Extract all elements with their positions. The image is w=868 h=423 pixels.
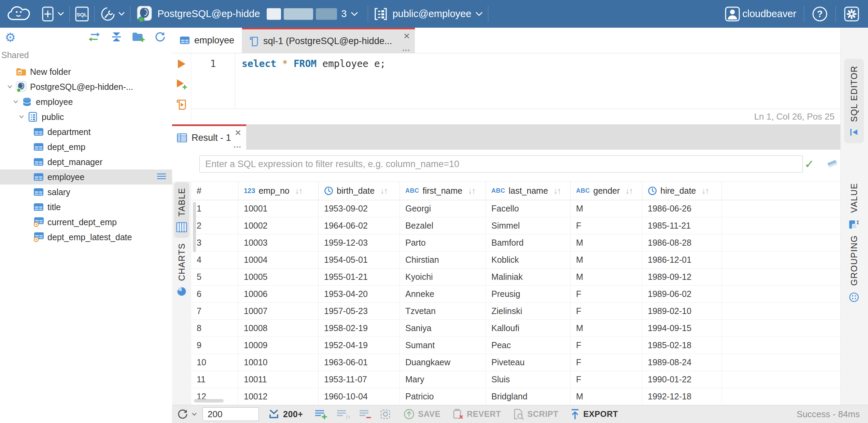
cell-gender[interactable]: M bbox=[571, 269, 642, 285]
cell-gender[interactable]: F bbox=[571, 286, 642, 302]
cell-emp_no[interactable]: 10007 bbox=[238, 303, 319, 319]
cell-hire_date[interactable]: 1989-09-12 bbox=[642, 269, 722, 285]
cell-first_name[interactable]: Georgi bbox=[400, 200, 486, 217]
sort-icon[interactable]: ↓↑ bbox=[468, 186, 475, 196]
cell-gender[interactable]: F bbox=[571, 217, 642, 234]
sort-icon[interactable]: ↓↑ bbox=[295, 186, 302, 196]
cell-hire_date[interactable]: 1986-08-28 bbox=[642, 234, 722, 251]
sidebar-settings-icon[interactable]: ⚙ bbox=[5, 31, 16, 44]
cell-gender[interactable]: M bbox=[571, 200, 642, 217]
tree-item-public[interactable]: public bbox=[0, 109, 172, 124]
cell-emp_no[interactable]: 10009 bbox=[238, 337, 319, 354]
cell-last_name[interactable]: Kalloufi bbox=[486, 320, 571, 337]
cell-gender[interactable]: F bbox=[571, 337, 642, 354]
vertical-scrollbar[interactable] bbox=[193, 202, 196, 252]
cell-emp_no[interactable]: 10010 bbox=[238, 354, 319, 371]
cell-hire_date[interactable]: 1992-12-18 bbox=[642, 388, 722, 405]
tab-sql-1[interactable]: sql-1 (PostgreSQL@ep-hidde... ✕ ... bbox=[242, 28, 415, 53]
clear-filter-icon[interactable] bbox=[826, 159, 839, 171]
filter-input[interactable] bbox=[199, 155, 803, 173]
script-button[interactable]: SCRIPT bbox=[513, 408, 558, 420]
cell-birth_date[interactable]: 1963-06-01 bbox=[319, 354, 400, 371]
cell-first_name[interactable]: Patricio bbox=[400, 388, 486, 405]
column-header-first_name[interactable]: ABCfirst_name↓↑ bbox=[400, 182, 486, 200]
user-menu-button[interactable]: cloudbeaver bbox=[725, 6, 796, 22]
apply-filter-icon[interactable]: ✓ bbox=[804, 157, 814, 171]
cloudbeaver-logo[interactable] bbox=[6, 4, 31, 24]
driver-tools-button[interactable] bbox=[100, 6, 125, 22]
tab-table-view[interactable]: TABLE bbox=[174, 182, 189, 238]
connection-selector[interactable]: PostgreSQL@ep-hidde 3 bbox=[136, 5, 358, 23]
tree-item-new-folder[interactable]: New folder bbox=[0, 64, 172, 79]
cell-emp_no[interactable]: 10008 bbox=[238, 320, 319, 337]
tree-item-title[interactable]: title bbox=[0, 200, 172, 215]
cell-hire_date[interactable]: 1986-12-01 bbox=[642, 251, 722, 268]
close-icon[interactable]: ✕ bbox=[403, 31, 410, 41]
tab-result-1[interactable]: Result - 1 ✕ ... bbox=[172, 124, 246, 150]
cell-first_name[interactable]: Chirstian bbox=[400, 251, 486, 268]
column-header-emp_no[interactable]: 123emp_no↓↑ bbox=[238, 182, 319, 200]
chevron-down-icon[interactable] bbox=[16, 113, 27, 121]
cell-gender[interactable]: M bbox=[571, 320, 642, 337]
column-header-birth_date[interactable]: birth_date↓↑ bbox=[319, 182, 400, 200]
cell-last_name[interactable]: Koblick bbox=[486, 251, 571, 268]
cell-emp_no[interactable]: 10006 bbox=[238, 286, 319, 302]
cell-birth_date[interactable]: 1953-09-02 bbox=[319, 200, 400, 217]
cell-emp_no[interactable]: 10012 bbox=[238, 388, 319, 405]
column-header-last_name[interactable]: ABClast_name↓↑ bbox=[486, 182, 571, 200]
cell-birth_date[interactable]: 1952-04-19 bbox=[319, 337, 400, 354]
cell-gender[interactable]: M bbox=[571, 234, 642, 251]
cell-first_name[interactable]: Mary bbox=[400, 371, 486, 388]
cell-hire_date[interactable]: 1985-11-21 bbox=[642, 217, 722, 234]
close-icon[interactable]: ✕ bbox=[235, 128, 241, 138]
cell-hire_date[interactable]: 1986-06-26 bbox=[642, 200, 722, 217]
settings-button[interactable] bbox=[843, 6, 860, 22]
cell-birth_date[interactable]: 1953-11-07 bbox=[319, 371, 400, 388]
tree-item-employee[interactable]: employee bbox=[0, 169, 172, 185]
cell-last_name[interactable]: Zielinski bbox=[486, 303, 571, 319]
cell-emp_no[interactable]: 10005 bbox=[238, 269, 319, 285]
cell-last_name[interactable]: Simmel bbox=[486, 217, 571, 234]
tree-item-postgresql-ep-hidden[interactable]: PostgreSQL@ep-hidden-... bbox=[0, 79, 172, 94]
cell-first_name[interactable]: Duangkaew bbox=[400, 354, 486, 371]
cell-birth_date[interactable]: 1964-06-02 bbox=[319, 217, 400, 234]
save-button[interactable]: SAVE bbox=[403, 408, 440, 420]
column-header-hire_date[interactable]: hire_date↓↑ bbox=[642, 182, 722, 200]
sql-code-line[interactable]: select * FROM employee e; bbox=[235, 53, 841, 109]
tab-more-icon[interactable]: ... bbox=[234, 140, 241, 150]
cell-first_name[interactable]: Kyoichi bbox=[400, 269, 486, 285]
row-limit-input[interactable] bbox=[202, 407, 259, 421]
cell-first_name[interactable]: Bezalel bbox=[400, 217, 486, 234]
revert-button[interactable]: REVERT bbox=[452, 408, 501, 420]
item-menu-icon[interactable] bbox=[156, 172, 167, 182]
cell-last_name[interactable]: Piveteau bbox=[486, 354, 571, 371]
sort-icon[interactable]: ↓↑ bbox=[701, 186, 709, 196]
schema-selector[interactable]: public@employee bbox=[373, 6, 483, 22]
execute-new-tab-button[interactable] bbox=[176, 79, 187, 91]
tab-more-icon[interactable]: ... bbox=[402, 43, 410, 53]
cell-gender[interactable]: F bbox=[571, 303, 642, 319]
cell-last_name[interactable]: Bridgland bbox=[486, 388, 571, 405]
new-sql-editor-button[interactable]: SQL bbox=[75, 6, 89, 22]
refresh-tree-icon[interactable] bbox=[154, 31, 166, 44]
cell-first_name[interactable]: Saniya bbox=[400, 320, 486, 337]
cell-birth_date[interactable]: 1958-02-19 bbox=[319, 320, 400, 337]
tree-item-dept-emp-latest-date[interactable]: dept_emp_latest_date bbox=[0, 230, 172, 245]
cell-first_name[interactable]: Tzvetan bbox=[400, 303, 486, 319]
cell-last_name[interactable]: Peac bbox=[486, 337, 571, 354]
cell-gender[interactable]: M bbox=[571, 388, 642, 405]
tree-item-dept-emp[interactable]: dept_emp bbox=[0, 139, 172, 154]
collapse-all-icon[interactable] bbox=[111, 32, 122, 43]
cell-gender[interactable]: F bbox=[571, 354, 642, 371]
cell-first_name[interactable]: Anneke bbox=[400, 286, 486, 302]
cell-last_name[interactable]: Bamford bbox=[486, 234, 571, 251]
duplicate-row-button[interactable]: (+) bbox=[336, 409, 350, 419]
cell-hire_date[interactable]: 1989-08-24 bbox=[642, 354, 722, 371]
code-editor[interactable]: 1 select * FROM employee e; bbox=[191, 53, 841, 109]
new-folder-icon[interactable] bbox=[132, 32, 145, 43]
cell-hire_date[interactable]: 1994-09-15 bbox=[642, 320, 722, 337]
fetch-more-button[interactable]: 200+ bbox=[268, 409, 303, 420]
auto-refresh-button[interactable] bbox=[380, 409, 392, 420]
sort-icon[interactable]: ↓↑ bbox=[625, 186, 632, 196]
cell-hire_date[interactable]: 1989-06-02 bbox=[642, 286, 722, 302]
